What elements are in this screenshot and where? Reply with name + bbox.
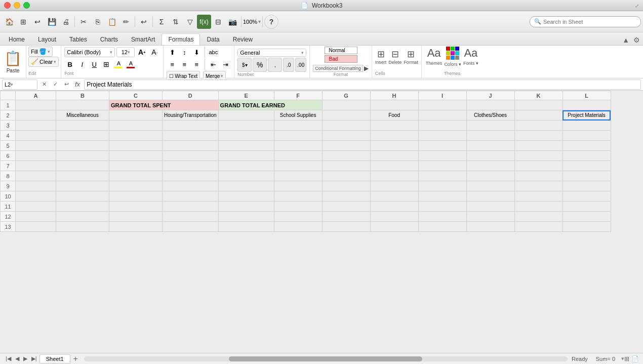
- add-sheet-btn[interactable]: +: [71, 355, 80, 363]
- col-header-i[interactable]: I: [418, 91, 466, 100]
- tab-home[interactable]: Home: [2, 33, 31, 45]
- conditional-formatting-btn[interactable]: Conditional Formatting: [313, 65, 363, 72]
- tab-smartart[interactable]: SmartArt: [125, 33, 162, 45]
- close-button[interactable]: [4, 2, 11, 9]
- align-middle-btn[interactable]: ↕: [179, 47, 190, 58]
- search-input[interactable]: [543, 19, 634, 25]
- toolbar-save-icon[interactable]: 💾: [45, 15, 59, 29]
- row-header-12[interactable]: 12: [1, 212, 16, 222]
- cell-b2[interactable]: Miscellaneous: [56, 110, 109, 120]
- toolbar-paste-icon[interactable]: 📋: [105, 15, 119, 29]
- row-header-6[interactable]: 6: [1, 151, 16, 161]
- bold-button[interactable]: B: [64, 59, 75, 70]
- row-header-9[interactable]: 9: [1, 181, 16, 191]
- cell-e1[interactable]: GRAND TOTAL EARNED: [218, 100, 322, 110]
- col-header-g[interactable]: G: [322, 91, 370, 100]
- cell-i2[interactable]: [418, 110, 466, 120]
- search-bar[interactable]: 🔍: [530, 16, 641, 27]
- row-header-4[interactable]: 4: [1, 131, 16, 141]
- delete-cell-btn[interactable]: ⊟ Delete: [388, 49, 401, 65]
- cell-f2[interactable]: School Supplies: [274, 110, 322, 120]
- tab-layout[interactable]: Layout: [31, 33, 63, 45]
- fill-dropdown[interactable]: Fill 🪣 ▾: [28, 47, 53, 57]
- cell-g2[interactable]: [322, 110, 370, 120]
- col-header-h[interactable]: H: [370, 91, 418, 100]
- formula-input[interactable]: Project Materials: [84, 79, 641, 90]
- resize-icon[interactable]: ⤢: [635, 3, 639, 9]
- cell-a3[interactable]: [16, 120, 56, 131]
- col-header-b[interactable]: B: [56, 91, 109, 100]
- cf-expand-icon[interactable]: ▶: [364, 65, 369, 72]
- row-header-13[interactable]: 13: [1, 222, 16, 232]
- row-header-3[interactable]: 3: [1, 120, 16, 131]
- toolbar-arrow-icon[interactable]: ↩: [30, 15, 45, 29]
- bad-style[interactable]: Bad: [325, 55, 357, 63]
- align-left-btn[interactable]: ≡: [167, 59, 178, 70]
- ribbon-collapse-icon[interactable]: ▲: [621, 35, 630, 45]
- col-header-j[interactable]: J: [466, 91, 514, 100]
- sheet-next-btn[interactable]: ▶: [22, 355, 29, 362]
- toolbar-brush-icon[interactable]: ✏: [119, 15, 133, 29]
- cell-c2[interactable]: [109, 110, 163, 120]
- font-size-decrease-btn[interactable]: A-: [149, 47, 160, 58]
- cell-j2[interactable]: Clothes/Shoes: [466, 110, 514, 120]
- cell-a1[interactable]: [16, 100, 56, 110]
- clear-dropdown[interactable]: 🧹 Clear ▾: [28, 57, 59, 67]
- align-top-btn[interactable]: ⬆: [167, 47, 178, 58]
- cell-l2[interactable]: Project Materials: [562, 110, 611, 120]
- percent-btn[interactable]: %: [253, 58, 267, 72]
- font-color-button[interactable]: A: [125, 59, 136, 70]
- paste-area[interactable]: 📋 Paste: [0, 46, 26, 78]
- tab-formulas[interactable]: Formulas: [162, 33, 200, 45]
- cell-i1[interactable]: [418, 100, 466, 110]
- toolbar-table-icon[interactable]: ⊟: [211, 15, 225, 29]
- cell-g1[interactable]: [322, 100, 370, 110]
- row-header-7[interactable]: 7: [1, 161, 16, 171]
- themes-btn[interactable]: Aa Themes: [426, 47, 443, 67]
- toolbar-undo-icon[interactable]: ↩: [137, 15, 151, 29]
- col-header-d[interactable]: D: [163, 91, 219, 100]
- toolbar-grid-icon[interactable]: ⊞: [16, 15, 30, 29]
- normal-style[interactable]: Normal: [325, 47, 357, 54]
- toolbar-home-icon[interactable]: 🏠: [2, 15, 16, 29]
- border-button[interactable]: ⊞: [101, 59, 112, 70]
- page-layout-btn[interactable]: 📄: [631, 355, 639, 362]
- currency-btn[interactable]: $▾: [237, 58, 252, 72]
- cell-k2[interactable]: [514, 110, 562, 120]
- highlight-color-button[interactable]: A: [113, 59, 124, 70]
- cell-l1[interactable]: [562, 100, 611, 110]
- normal-view-btn[interactable]: ⊞: [624, 355, 629, 362]
- insert-cell-btn[interactable]: ⊞ Insert: [375, 49, 387, 65]
- cell-reference-box[interactable]: L2 ▾: [2, 79, 37, 90]
- align-center-btn[interactable]: ≡: [179, 59, 190, 70]
- tab-tables[interactable]: Tables: [63, 33, 94, 45]
- toolbar-filter-icon[interactable]: ▽: [183, 15, 197, 29]
- col-header-c[interactable]: C: [109, 91, 163, 100]
- row-header-11[interactable]: 11: [1, 201, 16, 212]
- cell-c1[interactable]: GRAND TOTAL SPENT: [109, 100, 219, 110]
- toolbar-function-icon[interactable]: f(x): [197, 15, 211, 29]
- toolbar-copy-icon[interactable]: ⎘: [91, 15, 105, 29]
- underline-button[interactable]: U: [89, 59, 100, 70]
- zoom-control[interactable]: 100% ▾: [243, 19, 261, 25]
- sheet-first-btn[interactable]: |◀: [4, 355, 13, 362]
- sheet-prev-btn[interactable]: ◀: [14, 355, 21, 362]
- toolbar-sum-icon[interactable]: Σ: [154, 15, 169, 29]
- toolbar-help-icon[interactable]: ?: [264, 15, 278, 29]
- font-size-increase-btn[interactable]: A+: [136, 47, 147, 58]
- comma-btn[interactable]: ,: [268, 58, 282, 72]
- col-header-l[interactable]: L: [562, 91, 611, 100]
- horizontal-scrollbar[interactable]: [84, 356, 568, 361]
- italic-button[interactable]: I: [76, 59, 88, 70]
- cell-h1[interactable]: [370, 100, 418, 110]
- font-size-dropdown[interactable]: 12 ▾: [116, 47, 135, 57]
- theme-colors-btn[interactable]: Colors ▾: [444, 47, 461, 67]
- tab-data[interactable]: Data: [200, 33, 226, 45]
- tab-charts[interactable]: Charts: [94, 33, 125, 45]
- toolbar-print-icon[interactable]: 🖨: [59, 15, 73, 29]
- scrollbar-thumb[interactable]: [229, 356, 422, 361]
- row-header-8[interactable]: 8: [1, 171, 16, 181]
- row-header-2[interactable]: 2: [1, 110, 16, 120]
- cell-k1[interactable]: [514, 100, 562, 110]
- cell-d2[interactable]: Housing/Transportation: [163, 110, 219, 120]
